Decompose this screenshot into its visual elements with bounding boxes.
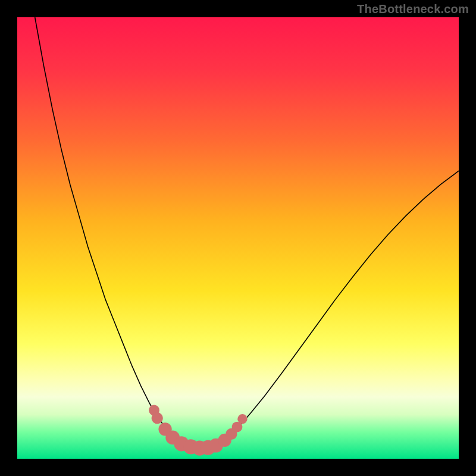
curve-overlay <box>17 17 459 459</box>
left-branch-curve <box>35 17 185 444</box>
valley-marker <box>237 414 247 424</box>
marker-group <box>149 405 247 455</box>
right-branch-curve <box>220 171 459 444</box>
outer-frame: TheBottleneck.com <box>0 0 476 476</box>
valley-marker <box>152 412 163 424</box>
watermark-text: TheBottleneck.com <box>357 2 469 16</box>
